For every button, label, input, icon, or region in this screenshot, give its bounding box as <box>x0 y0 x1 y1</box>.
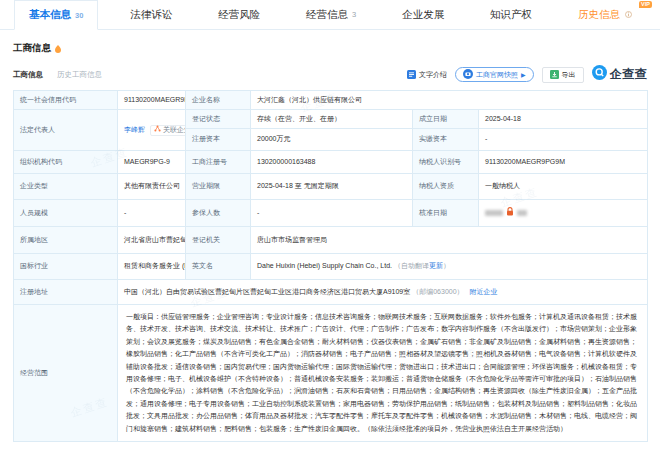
blurred-text <box>485 210 503 216</box>
tab-risk[interactable]: 经营风险 <box>204 0 274 29</box>
auto-translate-note: ） <box>443 262 450 269</box>
postal-code: （邮编063000） <box>412 288 463 295</box>
camera-icon <box>463 69 473 80</box>
tab-label: 历史信息 <box>578 8 620 22</box>
export-label: 导出 <box>562 70 576 80</box>
auto-translate-note: （自动翻译 <box>394 262 429 269</box>
field-label: 工商注册号 <box>186 151 251 174</box>
reg-number-value: 130200000163488 <box>251 151 413 174</box>
table-row: 所属地区 河北省唐山市曹妃甸区 登记机关 唐山市市场监督管理局 <box>14 227 648 254</box>
section-title: 工商信息 <box>13 42 51 55</box>
region-value: 河北省唐山市曹妃甸区 <box>118 227 186 254</box>
tab-basic-info[interactable]: 基本信息 30 <box>14 0 98 30</box>
snapshot-label: 工商官网快照 <box>476 70 518 80</box>
field-label: 实缴资本 <box>413 129 479 151</box>
field-label: 成立日期 <box>413 110 479 129</box>
insured-count-value: - <box>251 200 413 227</box>
table-row: 注册地址 中国（河北）自由贸易试验区曹妃甸片区曹妃甸工业区港口商务经济区港口贸易… <box>14 280 648 305</box>
legal-rep-cell: 李峰辉关联企业3 <box>118 110 186 151</box>
english-name-cell: Dahe Huixin (Hebei) Supply Chain Co., Lt… <box>251 254 648 280</box>
export-button[interactable]: 导出 <box>542 67 584 83</box>
business-scope-value: 一般项目：供应链管理服务；企业管理咨询；专业设计服务；信息技术咨询服务；物联网技… <box>118 305 648 442</box>
subtabs: 工商信息 历史工商信息 <box>13 70 102 80</box>
update-translation-link[interactable]: 更新 <box>429 262 443 269</box>
related-companies-badge[interactable]: 关联企业3 <box>150 125 186 136</box>
field-label: 统一社会信用代码 <box>14 91 118 110</box>
field-label: 登记状态 <box>186 110 251 129</box>
tab-history-info[interactable]: 历史信息 VIP <box>564 0 646 29</box>
field-label: 企业名称 <box>186 91 251 110</box>
tab-operating-info[interactable]: 经营信息 3 <box>292 0 370 29</box>
table-row: 经营范围 一般项目：供应链管理服务；企业管理咨询；专业设计服务；信息技术咨询服务… <box>14 305 648 442</box>
field-label: 营业期限 <box>186 174 251 200</box>
field-label: 组织机构代码 <box>14 151 118 174</box>
field-label: 纳税人识别号 <box>413 151 479 174</box>
reg-capital-value: 20000万元 <box>251 129 413 151</box>
nearby-companies-link[interactable]: 附近企业 <box>469 288 497 295</box>
brand-name: 企查查 <box>610 66 648 83</box>
company-name-value: 大河汇鑫（河北）供应链有限公司 <box>251 91 648 110</box>
field-label: 核准日期 <box>413 200 479 227</box>
field-label: 登记机关 <box>186 227 251 254</box>
tab-ip[interactable]: 知识产权 <box>476 0 546 29</box>
field-label: 企业类型 <box>14 174 118 200</box>
info-circle-icon <box>625 11 632 18</box>
tab-label: 企业发展 <box>402 8 444 22</box>
taxpayer-quality-value: 一般纳税人 <box>479 174 648 200</box>
lock-icon <box>506 210 514 217</box>
detail-tabbar: 基本信息 30 法律诉讼 经营风险 经营信息 3 企业发展 知识产权 历史信息 … <box>0 0 660 30</box>
legal-rep-link[interactable]: 李峰辉 <box>124 126 145 133</box>
industry-value: 租赁和商务服务业 (L) <box>118 254 186 280</box>
tab-label: 基本信息 <box>29 8 71 22</box>
field-label: 法定代表人 <box>14 110 118 151</box>
text-intro-label: 文字介绍 <box>419 70 447 80</box>
approval-date-locked-value[interactable] <box>479 200 648 227</box>
tab-development[interactable]: 企业发展 <box>388 0 458 29</box>
tab-label: 知识产权 <box>490 8 532 22</box>
business-term-value: 2025-04-18 至 无固定期限 <box>251 174 413 200</box>
tab-label: 经营风险 <box>218 8 260 22</box>
tab-label: 法律诉讼 <box>130 8 172 22</box>
credit-code-value: 91130200MAEGR9PG9M <box>118 91 186 110</box>
english-name-value: Dahe Huixin (Hebei) Supply Chain Co., Lt… <box>257 262 392 269</box>
blurred-text <box>517 210 527 216</box>
reg-status-value: 存续（在营、开业、在册） <box>251 110 413 129</box>
taxpayer-id-value: 91130200MAEGR9PG9M <box>479 151 648 174</box>
field-label: 参保人数 <box>186 200 251 227</box>
company-type-value: 其他有限责任公司 <box>118 174 186 200</box>
tab-label: 经营信息 <box>306 8 348 22</box>
reg-authority-value: 唐山市市场监督管理局 <box>251 227 648 254</box>
related-label: 关联企业 <box>163 125 186 135</box>
chevron-right-icon: ▶ <box>521 71 526 78</box>
field-label: 人员规模 <box>14 200 118 227</box>
establish-date-value: 2025-04-18 <box>479 110 648 129</box>
table-row: 统一社会信用代码 91130200MAEGR9PG9M 企业名称 大河汇鑫（河北… <box>14 91 648 110</box>
field-label: 国标行业 <box>14 254 118 280</box>
subtab-toolbar-row: 工商信息 历史工商信息 文字介绍 工商官网快照 ▶ 导出 企查查 <box>13 65 647 84</box>
hot-icon <box>55 39 61 57</box>
tab-count: 30 <box>75 11 83 20</box>
section-header: 工商信息 <box>13 39 660 57</box>
table-row: 组织机构代码 MAEGR9PG-9 工商注册号 130200000163488 … <box>14 151 648 174</box>
table-row: 法定代表人 李峰辉关联企业3 登记状态 存续（在营、开业、在册） 成立日期 20… <box>14 110 648 129</box>
tab-count: 3 <box>352 10 356 19</box>
export-icon <box>550 70 559 80</box>
field-label: 经营范围 <box>14 305 118 442</box>
text-intro-button[interactable]: 文字介绍 <box>407 70 447 80</box>
staff-size-value: - <box>118 200 186 227</box>
paid-capital-value: - <box>479 129 648 151</box>
table-row: 人员规模 - 参保人数 - 核准日期 <box>14 200 648 227</box>
field-label: 注册地址 <box>14 280 118 305</box>
address-cell: 中国（河北）自由贸易试验区曹妃甸片区曹妃甸工业区港口商务经济区港口贸易大厦A91… <box>118 280 648 305</box>
vip-badge: VIP <box>639 1 652 8</box>
subtab-business-info[interactable]: 工商信息 <box>13 70 43 80</box>
official-snapshot-button[interactable]: 工商官网快照 ▶ <box>455 67 534 82</box>
toolbar: 文字介绍 工商官网快照 ▶ 导出 企查查 <box>407 65 647 84</box>
tab-legal[interactable]: 法律诉讼 <box>116 0 186 29</box>
text-intro-icon <box>407 70 416 80</box>
subtab-history-business-info[interactable]: 历史工商信息 <box>57 70 102 80</box>
qichacha-logo[interactable]: 企查查 <box>592 65 648 84</box>
business-info-table: 统一社会信用代码 91130200MAEGR9PG9M 企业名称 大河汇鑫（河北… <box>13 90 648 442</box>
field-label: 注册资本 <box>186 129 251 151</box>
address-value: 中国（河北）自由贸易试验区曹妃甸片区曹妃甸工业区港口商务经济区港口贸易大厦A91… <box>124 288 410 295</box>
